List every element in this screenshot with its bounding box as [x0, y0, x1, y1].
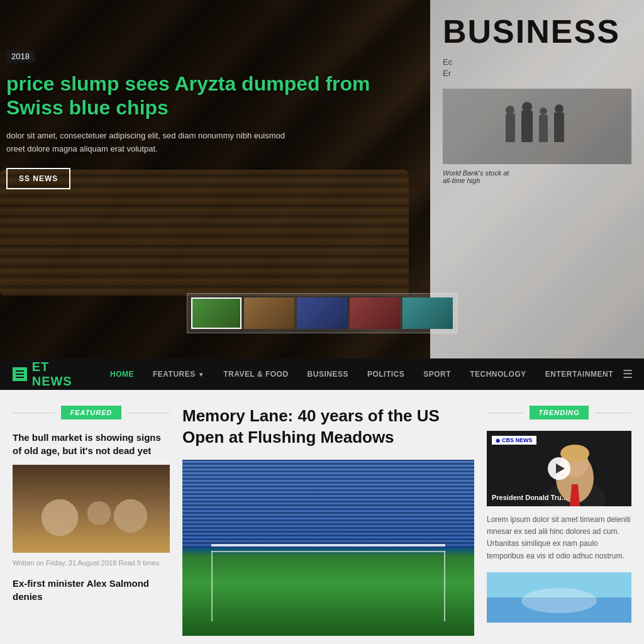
- main-content: FEATURED The bull market is showing sign…: [0, 390, 644, 644]
- logo-icon: [13, 367, 27, 381]
- play-button[interactable]: [548, 457, 570, 480]
- hero-thumb-2[interactable]: [244, 297, 294, 329]
- navbar: ET NEWS HOME FEATURES ▼ TRAVEL & FOOD BU…: [0, 358, 644, 390]
- hero-newspaper: BUSINESS Ec Er World Bank's stock at all…: [430, 0, 644, 358]
- nav-item-politics[interactable]: POLITICS: [358, 358, 414, 390]
- trending-badge: TRENDING: [530, 406, 588, 419]
- trending-image-2[interactable]: [487, 572, 631, 623]
- content-grid: FEATURED The bull market is showing sign…: [13, 406, 631, 636]
- site-logo[interactable]: ET NEWS: [13, 360, 75, 389]
- nav-menu: HOME FEATURES ▼ TRAVEL & FOOD BUSINESS P…: [101, 358, 623, 390]
- nav-item-features[interactable]: FEATURES ▼: [143, 358, 214, 390]
- logo-line-2: [16, 374, 24, 375]
- svg-rect-6: [554, 113, 564, 142]
- svg-point-3: [522, 102, 532, 112]
- newspaper-caption: World Bank's stock at all-time high: [443, 169, 631, 184]
- nav-item-travel-food[interactable]: TRAVEL & FOOD: [214, 358, 297, 390]
- featured-image-inner: [13, 465, 170, 553]
- hero-section: BUSINESS Ec Er World Bank's stock at all…: [0, 0, 644, 358]
- svg-rect-2: [521, 111, 533, 142]
- hero-thumb-4[interactable]: [350, 297, 400, 329]
- newspaper-title: BUSINESS: [443, 13, 631, 50]
- nav-item-sport[interactable]: SPORT: [414, 358, 460, 390]
- newspaper-image: [443, 89, 631, 164]
- svg-point-7: [555, 104, 564, 113]
- svg-rect-4: [539, 115, 548, 142]
- main-article-title: Memory Lane: 40 years of the US Open at …: [182, 406, 474, 448]
- hamburger-menu-icon[interactable]: ☰: [623, 367, 633, 381]
- main-article-image[interactable]: [182, 460, 474, 636]
- featured-column: FEATURED The bull market is showing sign…: [13, 406, 170, 636]
- nav-item-entertainment[interactable]: ENTERTAINMENT: [536, 358, 623, 390]
- video-title: President Donald Tru...: [492, 494, 626, 501]
- featured-article-1-title: The bull market is showing signs of old …: [13, 431, 170, 457]
- newspaper-figures-icon: [499, 101, 575, 152]
- hero-thumbnail-strip: [187, 293, 457, 333]
- svg-rect-0: [506, 114, 515, 142]
- trending-section-header: TRENDING: [487, 406, 631, 419]
- featured-article-1-image[interactable]: [13, 465, 170, 553]
- court-center-line: [211, 551, 445, 552]
- main-article-column: Memory Lane: 40 years of the US Open at …: [182, 406, 474, 636]
- svg-point-16: [521, 588, 597, 613]
- hero-thumb-1[interactable]: [191, 297, 242, 329]
- logo-line-1: [16, 370, 24, 372]
- logo-line-3: [16, 377, 24, 378]
- video-network-badge: ◉ CBS NEWS: [492, 436, 536, 445]
- nav-item-technology[interactable]: TECHNOLOGY: [460, 358, 536, 390]
- trending-video[interactable]: ◉ CBS NEWS President Donald Tru...: [487, 431, 631, 506]
- featured-article-2-title: Ex-first minister Alex Salmond denies: [13, 577, 170, 603]
- featured-badge: FEATURED: [61, 406, 121, 419]
- features-dropdown-arrow-icon: ▼: [198, 371, 204, 378]
- hero-description: dolor sit amet, consectetuer adipiscing …: [6, 130, 415, 156]
- hero-date: 2018: [6, 50, 35, 62]
- court-left-line: [211, 551, 213, 621]
- hero-thumb-5[interactable]: [402, 297, 453, 329]
- svg-point-1: [506, 106, 514, 114]
- hero-content: 2018 price slump sees Aryzta dumped from…: [6, 50, 415, 189]
- cbs-eye-icon: ◉: [496, 438, 500, 443]
- play-icon: [556, 464, 565, 474]
- featured-section-header: FEATURED: [13, 406, 170, 419]
- featured-article-1-meta: Written on Friday, 31 August 2018 Read 9…: [13, 559, 170, 567]
- trending-column: TRENDING: [487, 406, 631, 636]
- tennis-stands: [182, 460, 474, 548]
- tennis-net: [211, 544, 445, 547]
- hero-read-more-button[interactable]: SS NEWS: [6, 168, 70, 189]
- newspaper-sub: Ec Er: [443, 57, 631, 79]
- trending-image-2-icon: [487, 572, 631, 623]
- svg-point-5: [540, 108, 547, 115]
- court-right-line: [444, 551, 445, 621]
- hero-headline: price slump sees Aryzta dumped from Swis…: [6, 72, 415, 120]
- hero-thumb-3[interactable]: [297, 297, 347, 329]
- nav-item-home[interactable]: HOME: [101, 358, 143, 390]
- nav-item-business[interactable]: BUSINESS: [298, 358, 358, 390]
- logo-text: ET NEWS: [32, 360, 75, 389]
- trending-description: Lorem ipsum dolor sit amet timeam deleni…: [487, 514, 631, 562]
